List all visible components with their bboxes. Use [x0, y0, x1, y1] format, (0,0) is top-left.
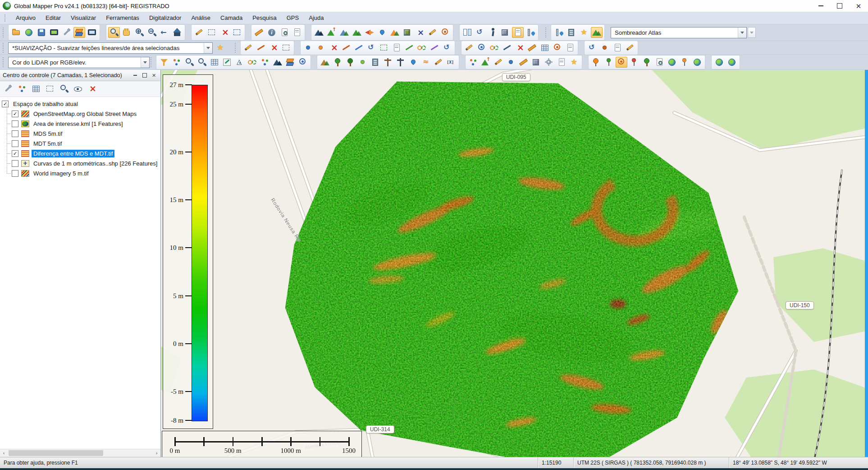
layer-row[interactable]: Area de interesse.kml [1 Features]	[2, 119, 160, 129]
lidar-color-combobox[interactable]: Cor do LiDAR por RGB/elev.	[8, 57, 150, 68]
layer-row[interactable]: ✓Espaço de trabalho atual	[2, 99, 160, 109]
pan-tool-icon[interactable]	[121, 27, 132, 38]
crosshair-tool-icon[interactable]	[552, 42, 563, 53]
measure-points-icon[interactable]	[518, 57, 530, 68]
globe-layers-icon[interactable]	[691, 57, 703, 68]
point-zoom-icon[interactable]	[196, 57, 208, 68]
edit-points-icon[interactable]	[493, 57, 504, 68]
lidar-module-icon[interactable]	[566, 27, 577, 38]
open-file-icon[interactable]	[10, 27, 22, 38]
water-level-icon[interactable]	[525, 27, 536, 38]
tree-pin-icon[interactable]	[641, 57, 653, 68]
zoom-in-icon[interactable]	[133, 27, 145, 38]
classify-ground-icon[interactable]	[234, 57, 246, 68]
layer-checkbox[interactable]	[12, 120, 18, 127]
layer-checkbox[interactable]: ✓	[12, 150, 18, 157]
tools-options-icon[interactable]	[61, 27, 73, 38]
configure-display-icon[interactable]	[48, 27, 60, 38]
attribute-editor-icon[interactable]	[291, 27, 303, 38]
select-vertices-icon[interactable]	[280, 42, 292, 53]
copy-feature-icon[interactable]	[391, 42, 402, 53]
menu-ferramentas[interactable]: Ferramentas	[101, 14, 144, 21]
building-class-icon[interactable]	[370, 57, 381, 68]
layer-checkbox[interactable]	[12, 160, 18, 167]
online-sources-icon[interactable]	[713, 57, 725, 68]
buffer-feature-icon[interactable]	[416, 42, 428, 53]
grid-tool-icon[interactable]	[539, 42, 551, 53]
watershed-analysis-icon[interactable]	[376, 27, 388, 38]
smoothing-combobox[interactable]: *SUAVIZAÇÃO - Suavizar feições lineares/…	[8, 42, 213, 54]
close-layer-icon[interactable]	[86, 83, 98, 94]
control-center-header[interactable]: Centro de controle (7 Camadas, 1 Selecio…	[0, 70, 160, 81]
move-vertex-icon[interactable]	[315, 42, 327, 53]
undo-edit-icon[interactable]	[586, 42, 598, 53]
ground-class-icon[interactable]	[319, 57, 331, 68]
classify-points-icon[interactable]	[259, 57, 271, 68]
delete-feature-icon[interactable]	[268, 42, 279, 53]
save-workspace-icon[interactable]	[36, 27, 47, 38]
digitizer-edit-icon[interactable]	[193, 27, 205, 38]
layer-row[interactable]: MDT 5m.tif	[2, 138, 160, 148]
layer-row[interactable]: World imagery 5 m.tif	[2, 168, 160, 178]
chevron-down-icon[interactable]	[204, 43, 212, 53]
place-pin-red-icon[interactable]	[628, 57, 640, 68]
download-online-map-icon[interactable]	[23, 27, 35, 38]
digitize-line-icon[interactable]	[255, 42, 267, 53]
menu-gps[interactable]: GPS	[282, 14, 304, 21]
thin-points-icon[interactable]	[209, 57, 220, 68]
split-line-icon[interactable]	[340, 42, 352, 53]
shader-extra-dropdown[interactable]	[748, 27, 756, 38]
layer-checkbox[interactable]	[12, 170, 18, 177]
select-features-icon[interactable]	[206, 27, 218, 38]
lidar-filter-icon[interactable]	[158, 57, 170, 68]
minimize-button[interactable]	[811, 0, 830, 12]
pencil-tool-icon[interactable]	[624, 42, 636, 53]
compare-terrain-icon[interactable]	[272, 57, 283, 68]
attribute-edit-icon[interactable]	[612, 42, 623, 53]
path-profile-icon[interactable]	[553, 27, 565, 38]
full-extent-icon[interactable]	[171, 27, 183, 38]
water-rise-simulation-icon[interactable]	[338, 27, 350, 38]
fit-points-icon[interactable]	[297, 57, 309, 68]
elevation-legend-icon[interactable]	[313, 27, 325, 38]
add-points-icon[interactable]	[505, 57, 517, 68]
menu-editar[interactable]: Editar	[41, 14, 66, 21]
terrain-paint-icon[interactable]	[427, 27, 439, 38]
snap-toggle-icon[interactable]	[476, 42, 488, 53]
trim-line-icon[interactable]	[514, 42, 525, 53]
vegetation-class-icon[interactable]	[332, 57, 343, 68]
cube-view-icon[interactable]	[530, 57, 542, 68]
color-layers-icon[interactable]	[284, 57, 296, 68]
favorite-layer-icon[interactable]	[578, 27, 590, 38]
classify-noise-icon[interactable]	[247, 57, 258, 68]
annotate-points-icon[interactable]	[556, 57, 567, 68]
menu-ajuda[interactable]: Ajuda	[304, 14, 329, 21]
layer-row[interactable]: ✓OpenStreetMap.org Global Street Maps	[2, 109, 160, 119]
viewshed-analysis-icon[interactable]	[364, 27, 375, 38]
signal-class-icon[interactable]	[420, 57, 432, 68]
menu-an-lise[interactable]: Análise	[186, 14, 215, 21]
draw-classification-icon[interactable]	[433, 57, 444, 68]
insert-vertex-icon[interactable]	[302, 42, 314, 53]
menu-arquivo[interactable]: Arquivo	[11, 14, 41, 21]
layer-checkbox[interactable]: ✓	[12, 111, 18, 117]
smooth-line-icon[interactable]	[441, 42, 453, 53]
point-cloud-icon[interactable]	[171, 57, 183, 68]
chevron-down-icon[interactable]	[141, 57, 149, 68]
map-canvas[interactable]: Rodovia Neusa Re Alameda Principal UDI-0…	[161, 70, 868, 457]
shader-combobox[interactable]: Sombreador Atlas	[611, 27, 747, 38]
scrollbar-thumb[interactable]	[9, 450, 103, 456]
water-class-icon[interactable]	[407, 57, 419, 68]
view-3d-icon[interactable]	[499, 27, 511, 38]
attribute-table-icon[interactable]	[30, 83, 42, 94]
pin-favorite-icon[interactable]	[568, 57, 580, 68]
scroll-left-icon[interactable]: ‹	[0, 449, 8, 457]
layer-tools-icon[interactable]	[2, 83, 14, 94]
fly-through-icon[interactable]	[414, 27, 426, 38]
simplify-line-icon[interactable]	[429, 42, 440, 53]
overview-map-icon[interactable]	[86, 27, 98, 38]
raster-calculator-icon[interactable]	[402, 27, 413, 38]
color-picker-icon[interactable]	[221, 57, 233, 68]
walk-mode-icon[interactable]	[487, 27, 498, 38]
measure-feature-icon[interactable]	[526, 42, 538, 53]
